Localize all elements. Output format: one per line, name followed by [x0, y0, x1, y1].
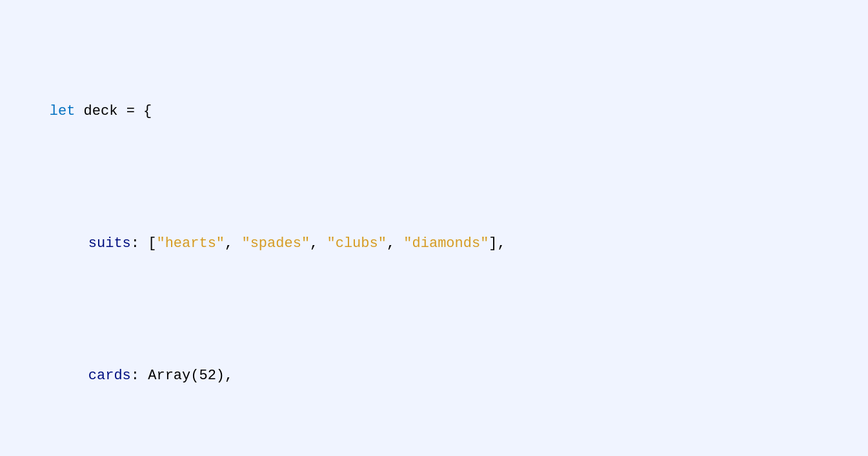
line-3: cards: Array(52),	[15, 342, 853, 408]
line-1: let deck = {	[15, 79, 853, 144]
deck-decl: deck = {	[75, 103, 152, 119]
str-diamonds: "diamonds"	[403, 235, 489, 252]
str-clubs: "clubs"	[327, 235, 387, 252]
line-2: suits: ["hearts", "spades", "clubs", "di…	[15, 211, 853, 277]
str-spades: "spades"	[241, 235, 310, 252]
str-hearts: "hearts"	[156, 235, 225, 252]
let-kw: let	[50, 103, 76, 119]
suits-prop: suits	[88, 235, 131, 252]
code-viewer: let deck = { suits: ["hearts", "spades",…	[15, 13, 853, 456]
cards-prop: cards	[88, 368, 131, 384]
